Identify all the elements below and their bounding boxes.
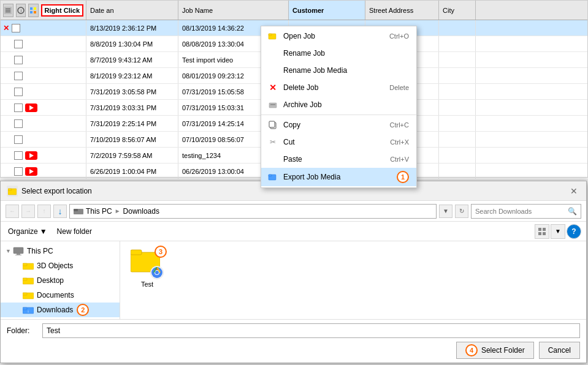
nav-sidebar: ▼ This PC 3D Objects Desktop Documents ↓… xyxy=(1,241,120,319)
dropdown-btn[interactable]: ▼ xyxy=(439,205,452,218)
folder-row: Folder: xyxy=(7,323,580,338)
icon-btn-3[interactable] xyxy=(28,4,39,17)
search-bar[interactable]: 🔍 xyxy=(471,204,581,219)
row-icons-0: ✕ xyxy=(1,20,86,36)
svg-rect-26 xyxy=(13,247,23,254)
youtube-icon xyxy=(25,103,37,112)
col-header-street[interactable]: Street Address xyxy=(365,1,439,20)
organize-button[interactable]: Organize ▼ xyxy=(6,226,50,237)
table-header: i Right Click Date an Job Name Customer … xyxy=(1,1,587,20)
row-icons-7 xyxy=(1,132,86,147)
ctx-item-rename-job-media[interactable]: Rename Job Media xyxy=(261,62,416,79)
dialog-close-button[interactable]: ✕ xyxy=(568,185,580,197)
view-dropdown[interactable]: ▼ xyxy=(551,224,565,239)
chrome-icon-overlay xyxy=(150,266,164,279)
row-icons-1 xyxy=(1,36,86,51)
row-date: 7/31/2019 2:25:14 PM xyxy=(86,116,178,131)
expand-arrow: ▼ xyxy=(6,248,12,254)
breadcrumb-downloads: Downloads xyxy=(123,207,159,216)
folder-input[interactable] xyxy=(42,323,580,338)
new-folder-label: New folder xyxy=(57,227,92,236)
select-folder-button[interactable]: 4 Select Folder xyxy=(456,342,534,359)
up-button[interactable]: ↑ xyxy=(37,205,51,218)
row-checkbox[interactable] xyxy=(14,40,23,48)
ctx-item-open-job[interactable]: Open Job Ctrl+O xyxy=(261,28,416,45)
svg-rect-11 xyxy=(269,34,272,36)
archive-icon xyxy=(267,99,278,110)
row-date: 8/8/2019 1:30:04 PM xyxy=(86,36,178,51)
row-checkbox[interactable] xyxy=(14,135,23,144)
empty-icon xyxy=(267,48,278,59)
view-large-icons[interactable] xyxy=(535,224,549,239)
cancel-button[interactable]: Cancel xyxy=(539,342,580,359)
col-header-city[interactable]: City xyxy=(439,1,476,20)
row-checkbox[interactable] xyxy=(14,72,23,80)
export-icon xyxy=(267,171,278,182)
scissors-icon: ✂ xyxy=(267,137,278,148)
row-checkbox[interactable] xyxy=(14,119,23,128)
row-city xyxy=(439,148,476,163)
row-icons-3 xyxy=(1,68,86,83)
row-checkbox[interactable] xyxy=(14,56,23,64)
row-city xyxy=(439,52,476,67)
row-icons-9 xyxy=(1,164,86,179)
back-button[interactable]: ← xyxy=(6,205,19,218)
svg-rect-6 xyxy=(30,7,32,10)
help-button[interactable]: ? xyxy=(567,224,581,239)
ctx-separator xyxy=(261,115,416,115)
organize-label: Organize xyxy=(8,227,38,236)
row-checkbox[interactable] xyxy=(14,151,23,160)
download-nav-btn[interactable]: ↓ xyxy=(53,205,67,218)
ctx-item-rename-job[interactable]: Rename Job xyxy=(261,45,416,62)
dialog-title-icon xyxy=(7,186,18,197)
step-2-badge: 2 xyxy=(77,304,89,316)
nav-item-desktop[interactable]: Desktop xyxy=(1,273,120,288)
row-city xyxy=(439,132,476,147)
svg-rect-13 xyxy=(270,104,275,105)
breadcrumb-sep1: ► xyxy=(115,208,121,214)
row-icons-2 xyxy=(1,52,86,67)
ctx-label: Rename Job Media xyxy=(283,66,409,75)
ctx-item-cut[interactable]: ✂ Cut Ctrl+X xyxy=(261,134,416,151)
icon-btn-1[interactable] xyxy=(3,4,13,17)
col-header-customer[interactable]: Customer xyxy=(289,1,365,20)
svg-rect-2 xyxy=(6,10,10,10)
svg-text:i: i xyxy=(20,9,21,13)
buttons-row: 4 Select Folder Cancel xyxy=(7,342,580,359)
ctx-item-archive-job[interactable]: Archive Job xyxy=(261,96,416,113)
ctx-item-export-job-media[interactable]: Export Job Media 1 xyxy=(261,168,416,186)
row-checkbox[interactable] xyxy=(14,167,23,176)
ctx-shortcut: Ctrl+V xyxy=(390,156,409,163)
nav-item-label: Downloads xyxy=(37,306,73,314)
row-city xyxy=(439,36,476,51)
test-folder-item[interactable]: 3 Test xyxy=(125,246,169,290)
open-icon xyxy=(267,31,278,42)
svg-rect-7 xyxy=(34,7,36,10)
nav-item-3d-objects[interactable]: 3D Objects xyxy=(1,258,120,273)
search-input[interactable] xyxy=(475,208,565,215)
icon-btn-2[interactable]: i xyxy=(16,4,26,17)
ctx-item-paste[interactable]: Paste Ctrl+V xyxy=(261,151,416,168)
ctx-item-delete-job[interactable]: ✕ Delete Job Delete xyxy=(261,79,416,96)
nav-item-this-pc[interactable]: ▼ This PC xyxy=(1,244,120,258)
row-date: 7/10/2019 8:56:07 AM xyxy=(86,132,178,147)
new-folder-button[interactable]: New folder xyxy=(55,226,94,237)
row-checkbox[interactable] xyxy=(12,24,20,32)
ctx-item-copy[interactable]: Copy Ctrl+C xyxy=(261,116,416,134)
refresh-btn[interactable]: ↻ xyxy=(455,205,468,218)
row-date: 8/7/2019 9:43:12 AM xyxy=(86,52,178,67)
ctx-shortcut: Ctrl+O xyxy=(389,32,409,40)
forward-button[interactable]: → xyxy=(21,205,35,218)
chrome-icon xyxy=(151,267,162,278)
col-header-date[interactable]: Date an xyxy=(86,1,178,20)
row-checkbox[interactable] xyxy=(14,103,23,112)
ctx-label: Cut xyxy=(283,138,390,146)
row-city xyxy=(439,116,476,131)
row-checkbox[interactable] xyxy=(14,88,23,96)
nav-item-documents[interactable]: Documents xyxy=(1,288,120,303)
nav-item-label: Desktop xyxy=(37,276,64,285)
nav-item-downloads[interactable]: ↓ Downloads 2 xyxy=(1,303,120,317)
test-folder-label: Test xyxy=(141,280,153,288)
breadcrumb-bar[interactable]: This PC ► Downloads xyxy=(69,204,437,219)
col-header-jobname[interactable]: Job Name xyxy=(178,1,289,20)
